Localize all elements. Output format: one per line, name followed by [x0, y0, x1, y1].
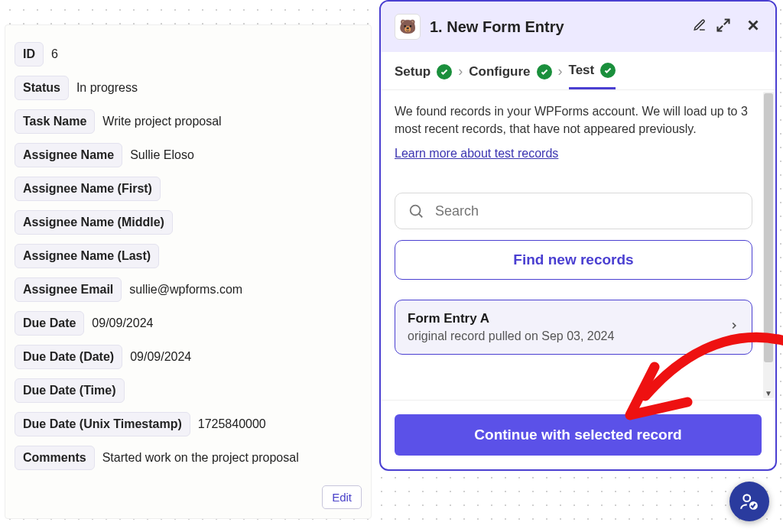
- record-detail-panel: ID 6 Status In progress Task Name Write …: [5, 24, 372, 519]
- tab-setup[interactable]: Setup: [395, 64, 452, 89]
- svg-point-1: [743, 495, 750, 501]
- chevron-right-icon: [729, 320, 739, 334]
- search-input[interactable]: [435, 203, 739, 219]
- field-label-assignee-name: Assignee Name: [15, 143, 122, 167]
- field-label-due-date-unix: Due Date (Unix Timestamp): [15, 412, 190, 436]
- field-value-due-date: 09/09/2024: [92, 316, 153, 330]
- field-label-due-date: Due Date: [15, 311, 84, 336]
- field-row: Due Date (Date) 09/09/2024: [15, 345, 362, 369]
- step-tabs: Setup › Configure › Test: [381, 52, 775, 90]
- field-value-task-name: Write project proposal: [102, 115, 221, 128]
- field-row: Due Date (Unix Timestamp) 1725840000: [15, 412, 362, 436]
- field-row: Status In progress: [15, 76, 362, 100]
- field-label-comments: Comments: [15, 446, 95, 470]
- field-row: Task Name Write project proposal: [15, 109, 362, 134]
- search-input-wrap[interactable]: [395, 193, 752, 229]
- chevron-right-icon: ›: [458, 63, 463, 89]
- check-icon: [537, 64, 552, 79]
- field-label-status: Status: [15, 76, 69, 100]
- field-row: Due Date (Time): [15, 378, 362, 403]
- help-widget-button[interactable]: [729, 482, 769, 521]
- field-row: Assignee Name Sullie Eloso: [15, 143, 362, 167]
- field-value-comments: Started work on the project proposal: [102, 451, 299, 465]
- field-value-due-date-date: 09/09/2024: [130, 350, 191, 364]
- panel-footer: Continue with selected record: [381, 400, 775, 469]
- field-row: Assignee Name (First): [15, 177, 362, 201]
- tab-configure-label: Configure: [469, 64, 530, 79]
- svg-point-0: [411, 206, 421, 216]
- scrollbar-thumb[interactable]: [764, 93, 773, 362]
- field-row: Assignee Name (Last): [15, 244, 362, 268]
- field-label-assignee-first: Assignee Name (First): [15, 177, 161, 201]
- field-label-due-date-date: Due Date (Date): [15, 345, 122, 369]
- field-row: Assignee Name (Middle): [15, 210, 362, 235]
- tab-test[interactable]: Test: [569, 63, 616, 89]
- panel-header: 🐻 1. New Form Entry: [381, 2, 775, 52]
- record-card[interactable]: Form Entry A original record pulled on S…: [395, 300, 752, 355]
- field-value-id: 6: [51, 47, 58, 61]
- tab-configure[interactable]: Configure: [469, 64, 551, 89]
- expand-icon[interactable]: [716, 18, 731, 36]
- field-label-assignee-last: Assignee Name (Last): [15, 244, 159, 268]
- chevron-right-icon: ›: [558, 63, 563, 89]
- panel-body: ▼ We found records in your WPForms accou…: [381, 90, 775, 400]
- check-icon: [437, 64, 452, 79]
- tab-test-label: Test: [569, 63, 595, 78]
- field-label-id: ID: [15, 42, 44, 66]
- record-title: Form Entry A: [408, 311, 729, 326]
- field-value-assignee-email: sullie@wpforms.com: [129, 283, 242, 297]
- wpforms-icon: 🐻: [395, 14, 421, 40]
- field-row: Assignee Email sullie@wpforms.com: [15, 277, 362, 302]
- continue-button[interactable]: Continue with selected record: [395, 414, 762, 456]
- field-value-status: In progress: [76, 81, 138, 95]
- field-value-due-date-unix: 1725840000: [198, 417, 266, 431]
- field-row: ID 6: [15, 42, 362, 66]
- info-text: We found records in your WPForms account…: [395, 102, 752, 138]
- scrollbar-track[interactable]: ▼: [763, 92, 774, 398]
- scroll-down-icon[interactable]: ▼: [763, 388, 774, 398]
- find-new-records-button[interactable]: Find new records: [395, 240, 752, 280]
- learn-more-link[interactable]: Learn more about test records: [395, 147, 558, 160]
- panel-title: 1. New Form Entry: [430, 18, 684, 36]
- search-icon: [408, 203, 424, 219]
- tab-setup-label: Setup: [395, 64, 430, 79]
- check-icon: [600, 63, 616, 78]
- field-label-assignee-middle: Assignee Name (Middle): [15, 210, 173, 235]
- edit-button[interactable]: Edit: [322, 485, 362, 509]
- field-label-due-date-time: Due Date (Time): [15, 378, 125, 403]
- field-row: Due Date 09/09/2024: [15, 311, 362, 336]
- field-label-task-name: Task Name: [15, 109, 95, 134]
- field-label-assignee-email: Assignee Email: [15, 277, 122, 302]
- field-row: Comments Started work on the project pro…: [15, 446, 362, 470]
- field-value-assignee-name: Sullie Eloso: [130, 148, 194, 162]
- step-panel: 🐻 1. New Form Entry Setup › Configure: [379, 0, 777, 471]
- close-icon[interactable]: [745, 17, 762, 37]
- rename-icon[interactable]: [693, 18, 707, 35]
- record-subtitle: original record pulled on Sep 03, 2024: [408, 329, 729, 343]
